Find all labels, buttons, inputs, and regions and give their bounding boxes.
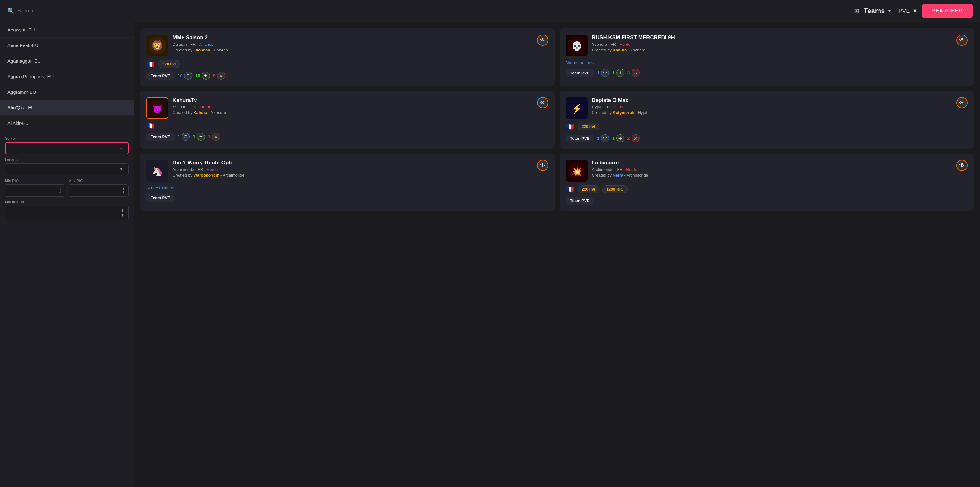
team-faction: Horde	[614, 105, 624, 109]
team-type: Team PVE	[566, 69, 594, 77]
heal-icon: ✚	[202, 72, 210, 80]
team-realm: Archimonde - FR - Horde	[592, 167, 952, 172]
dps-icon: ⚔	[632, 134, 640, 142]
tank-slots: 1 🛡	[597, 69, 609, 77]
team-faction: Horde	[619, 42, 630, 47]
heal-icon: ✚	[616, 69, 624, 77]
heal-icon: ✚	[197, 133, 205, 141]
team-card-dont-worry: 🦄 Don't-Worry-Route-Opti Archimonde - FR…	[140, 153, 555, 211]
team-card-la-bagarre: 💥 La bagarre Archimonde - FR - Horde Cre…	[560, 153, 974, 211]
tank-icon: 🛡	[601, 134, 609, 142]
language-label: Language	[5, 158, 129, 162]
server-dropdown[interactable]: ▲	[5, 142, 129, 154]
team-logo: 🦁	[146, 35, 168, 56]
flag-icon: 🇫🇷	[566, 124, 574, 130]
language-dropdown[interactable]: ▼	[5, 164, 129, 175]
team-tags: No restrictions	[146, 185, 548, 190]
tank-slots: 1 🛡	[178, 133, 190, 141]
creator-name: Kotymorph	[613, 110, 634, 115]
team-tags: 🇫🇷 220 ilvl	[146, 60, 548, 68]
min-item-lvl-input[interactable]: ⬆⬇	[5, 205, 129, 220]
flag-icon: 🇫🇷	[146, 123, 155, 129]
watch-icon[interactable]: 👁	[956, 97, 967, 108]
heal-count: 1	[612, 136, 615, 141]
sidebar-item-aegwynn[interactable]: Aegwynn-EU	[0, 22, 134, 38]
team-card-rush-ksm: 💀 RUSH KSM FIRST MERCREDI 9H Ysondre - F…	[560, 28, 974, 86]
creator-name: Nefra	[613, 173, 623, 177]
dps-slots: 6 ⚔	[213, 72, 225, 80]
dps-icon: ⚔	[217, 72, 225, 80]
team-type: Team PVE	[146, 133, 175, 141]
watch-icon[interactable]: 👁	[956, 160, 967, 171]
team-faction: Horde	[200, 105, 211, 109]
team-creator: Created by Kahúra - Ysondre	[592, 48, 952, 52]
dps-count: 3	[627, 70, 630, 75]
team-card-deplete-o-max: ⚡ Deplete O Max Hyjal - FR - Horde Creat…	[560, 91, 974, 148]
svg-text:💀: 💀	[571, 41, 582, 51]
search-input[interactable]	[18, 8, 80, 14]
team-name: KahuraTv	[172, 97, 533, 103]
team-creator: Created by Warookorigin - Archimonde	[172, 173, 533, 177]
watch-icon[interactable]: 👁	[956, 35, 967, 46]
team-header: 🦄 Don't-Worry-Route-Opti Archimonde - FR…	[146, 160, 548, 181]
team-info: Deplete O Max Hyjal - FR - Horde Created…	[592, 97, 952, 116]
watch-icon[interactable]: 👁	[537, 35, 548, 46]
watch-icon[interactable]: 👁	[537, 160, 548, 171]
sidebar-item-aeriepeakeu[interactable]: Aerie Peak-EU	[0, 38, 134, 53]
team-name: Don't-Worry-Route-Opti	[172, 160, 533, 166]
team-name: La bagarre	[592, 160, 952, 166]
heal-slots: 1 ✚	[612, 69, 624, 77]
pve-dropdown-arrow: ▼	[912, 8, 918, 14]
dps-slots: 3 ⚔	[627, 69, 640, 77]
pve-dropdown[interactable]: PVE ▼	[896, 6, 920, 16]
watch-icon[interactable]: 👁	[537, 97, 548, 108]
team-faction: Alliance	[199, 42, 213, 47]
team-footer: Team PVE	[566, 197, 968, 205]
team-header: 💥 La bagarre Archimonde - FR - Horde Cre…	[566, 160, 968, 181]
team-faction: Horde	[626, 167, 637, 172]
sidebar-item-agamaggan[interactable]: Agamaggan-EU	[0, 53, 134, 69]
team-name: RUSH KSM FIRST MERCREDI 9H	[592, 35, 952, 41]
sidebar-item-ahnqiraj[interactable]: Ahn'Qiraj-EU	[0, 100, 134, 116]
min-item-lvl-label: Min Item lvl	[5, 200, 129, 204]
team-footer: Team PVE 10 🛡 10 ✚ 6 ⚔	[146, 72, 548, 80]
max-rio-spinner[interactable]: ⬆⬇	[122, 187, 124, 194]
max-rio-input[interactable]: ⬆⬇	[68, 185, 129, 197]
top-bar: 🔍 ⊞ Teams ▼ PVE ▼ SEARCHER	[0, 0, 980, 22]
team-footer: Team PVE 1 🛡 1 ✚ 3 ⚔	[566, 69, 968, 77]
search-area: 🔍	[8, 8, 848, 14]
team-type: Team PVE	[146, 72, 175, 80]
sidebar-item-aggramar[interactable]: Aggramar-EU	[0, 84, 134, 100]
team-footer: Team PVE	[146, 194, 548, 202]
search-icon: 🔍	[8, 8, 14, 14]
tank-icon: 🛡	[184, 72, 192, 80]
team-creator: Created by Kotymorph - Hyjal	[592, 110, 952, 115]
team-logo: 😈	[146, 97, 168, 119]
tank-icon: 🛡	[601, 69, 609, 77]
sidebar-item-aggra[interactable]: Aggra (Português)-EU	[0, 69, 134, 84]
team-tags: 🇫🇷 220 ilvl 1200 RIO	[566, 185, 968, 193]
teams-dropdown[interactable]: Teams ▼	[861, 6, 894, 16]
heal-count: 10	[195, 73, 200, 78]
no-restrictions: No restrictions	[566, 60, 593, 65]
language-dropdown-arrow: ▼	[119, 167, 123, 172]
team-realm: Dalaran - FR - Alliance	[172, 42, 533, 47]
heal-count: 1	[193, 134, 195, 139]
team-realm: Archimonde - FR - Horde	[172, 167, 533, 172]
searcher-button[interactable]: SEARCHER	[922, 4, 972, 18]
ilvl-badge: 220 ilvl	[578, 123, 599, 131]
svg-text:💥: 💥	[571, 166, 582, 177]
team-tags: 🇫🇷 220 ilvl	[566, 123, 968, 131]
min-rio-spinner[interactable]: ⬆⬇	[59, 187, 61, 194]
dps-icon: ⚔	[632, 69, 640, 77]
team-type: Team PVE	[146, 194, 175, 202]
dps-count: 1	[208, 134, 210, 139]
sidebar-item-alakir[interactable]: Al'Akir-EU	[0, 116, 134, 131]
teams-label: Teams	[864, 7, 885, 15]
min-item-lvl-spinner[interactable]: ⬆⬇	[121, 208, 124, 218]
team-tags: No restrictions	[566, 60, 968, 65]
min-rio-input[interactable]: ⬆⬇	[5, 185, 65, 197]
min-rio-label: Min RIO	[5, 179, 65, 183]
team-creator: Created by Liionnaa - Dalaran	[172, 48, 533, 52]
team-header: 😈 KahuraTv Ysondre - FR - Horde Created …	[146, 97, 548, 119]
